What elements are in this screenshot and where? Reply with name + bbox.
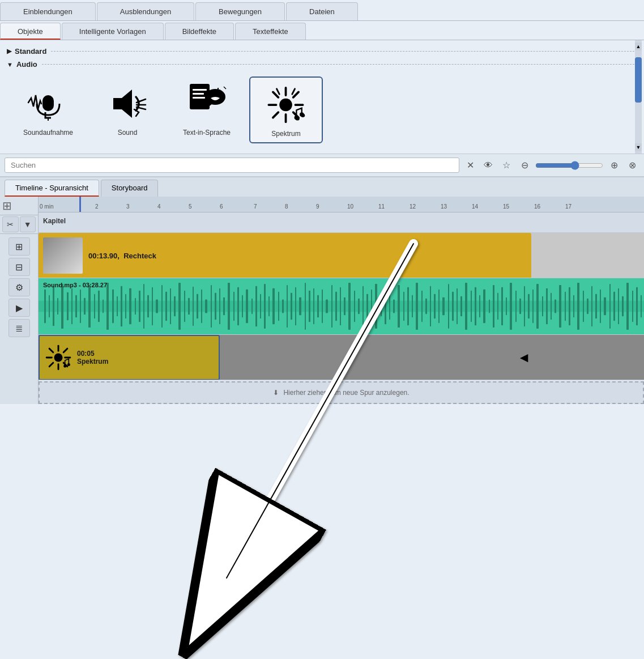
svg-line-170: [63, 348, 67, 352]
svg-rect-161: [636, 287, 638, 325]
tab-texteffekte[interactable]: Texteffekte: [235, 23, 306, 40]
icon-spektrum[interactable]: Spektrum: [249, 76, 323, 143]
text-in-sprache-icon: [184, 81, 229, 126]
add-video-track-btn[interactable]: ⊞: [8, 237, 30, 256]
svg-rect-104: [381, 296, 382, 317]
svg-rect-125: [475, 287, 476, 325]
remove-track-btn[interactable]: ⊟: [8, 258, 30, 276]
svg-rect-34: [67, 292, 69, 321]
svg-rect-132: [506, 297, 507, 316]
icon-soundaufnahme[interactable]: Soundaufnahme: [11, 76, 85, 143]
content-scrollbar-track[interactable]: [635, 40, 642, 154]
svg-rect-84: [291, 293, 292, 320]
svg-rect-52: [147, 295, 149, 318]
svg-line-21: [293, 92, 298, 97]
icon-text-in-sprache[interactable]: Text-in-Sprache: [170, 76, 244, 143]
svg-rect-83: [287, 285, 288, 328]
svg-rect-112: [416, 283, 418, 330]
svg-rect-136: [524, 286, 525, 326]
svg-rect-96: [344, 297, 346, 316]
tab-ausblendungen[interactable]: Ausblendungen: [97, 2, 194, 20]
svg-rect-153: [600, 290, 601, 323]
tab-dateien[interactable]: Dateien: [286, 2, 358, 20]
svg-line-22: [273, 112, 278, 117]
svg-rect-133: [510, 283, 512, 330]
audio-waveform-svg: [39, 278, 644, 334]
svg-rect-35: [71, 288, 72, 324]
grid-view-button[interactable]: ⊗: [625, 158, 639, 173]
ruler-mark-8: 8: [285, 203, 288, 210]
tab-objekte[interactable]: Objekte: [0, 23, 61, 40]
video-thumbnail: [43, 237, 83, 274]
ruler-mark-13: 13: [441, 203, 447, 210]
timeline-section: Timeline - Spuransicht Storyboard ⊞ ✂ ▼ …: [0, 176, 644, 659]
svg-rect-143: [555, 300, 556, 313]
tab-storyboard[interactable]: Storyboard: [101, 180, 159, 197]
timeline-main: ⊞ ✂ ▼ ⊞ ⊟ ⚙ ▶ ≣ 0 min 2: [0, 197, 644, 404]
svg-rect-37: [80, 290, 81, 323]
svg-rect-38: [84, 298, 86, 315]
svg-rect-138: [532, 290, 534, 323]
svg-rect-150: [587, 299, 588, 314]
kapitel-label: Kapitel: [43, 217, 66, 225]
svg-rect-120: [452, 292, 454, 321]
play-btn[interactable]: ▶: [8, 299, 30, 317]
svg-line-13: [224, 87, 226, 89]
eye-icon-button[interactable]: 👁: [481, 158, 496, 173]
scroll-up-btn[interactable]: ▲: [635, 42, 642, 50]
search-input[interactable]: [5, 158, 459, 173]
svg-rect-60: [184, 291, 185, 322]
drop-zone[interactable]: ⬇ Hierher ziehen, um neue Spur anzulegen…: [39, 381, 644, 404]
ruler-mark-4: 4: [157, 203, 161, 210]
svg-rect-116: [434, 294, 436, 319]
video-track-row: 00:13.90, Rechteck: [39, 233, 644, 278]
category-audio[interactable]: ▼ Audio: [0, 58, 644, 71]
svg-rect-107: [393, 300, 395, 313]
tab-bildeffekte[interactable]: Bildeffekte: [165, 23, 234, 40]
expand-arrow-standard: ▶: [7, 48, 11, 55]
svg-rect-89: [313, 288, 314, 324]
ruler-mark-15: 15: [503, 203, 509, 210]
minus-zoom-button[interactable]: ⊖: [517, 158, 532, 173]
svg-rect-51: [143, 284, 144, 329]
icon-sound[interactable]: Sound: [91, 76, 164, 143]
content-scrollbar-thumb[interactable]: [635, 57, 642, 103]
scroll-down-btn[interactable]: ▼: [635, 143, 642, 151]
svg-rect-45: [117, 296, 118, 317]
svg-rect-0: [42, 95, 54, 111]
soundaufnahme-label: Soundaufnahme: [23, 129, 73, 137]
svg-rect-117: [438, 290, 440, 323]
plus-zoom-button[interactable]: ⊕: [607, 158, 621, 173]
arrow-into-clip: ◄: [517, 350, 531, 365]
spektrum-label: Spektrum: [271, 130, 300, 138]
svg-rect-152: [595, 294, 597, 319]
zoom-slider[interactable]: [535, 161, 603, 170]
tab-einblendungen[interactable]: Einblendungen: [0, 2, 96, 20]
clear-search-button[interactable]: ✕: [463, 158, 477, 173]
track-options-btn[interactable]: ⚙: [8, 278, 30, 296]
svg-rect-101: [366, 294, 368, 319]
svg-rect-31: [53, 287, 54, 326]
svg-rect-68: [219, 288, 220, 324]
tab-intelligente-vorlagen[interactable]: Intelligente Vorlagen: [62, 23, 164, 40]
ruler-mark-3: 3: [126, 203, 130, 210]
scissors-tool[interactable]: ✂: [2, 216, 19, 232]
star-icon-button[interactable]: ☆: [499, 158, 514, 173]
svg-rect-54: [156, 300, 158, 313]
zoom-slider-area: [535, 161, 603, 170]
spektrum-clip[interactable]: 00:05 Spektrum: [39, 335, 220, 380]
video-clip[interactable]: 00:13.90, Rechteck: [39, 233, 531, 278]
marker-tool[interactable]: ▼: [20, 216, 36, 232]
svg-rect-7: [193, 89, 207, 91]
category-standard[interactable]: ▶ Standard: [0, 45, 644, 58]
spektrum-clip-name: Spektrum: [77, 358, 108, 365]
second-tab-bar: Objekte Intelligente Vorlagen Bildeffekt…: [0, 21, 644, 40]
tab-bewegungen[interactable]: Bewegungen: [195, 2, 285, 20]
svg-rect-63: [197, 294, 198, 319]
svg-rect-148: [577, 283, 579, 330]
svg-rect-134: [515, 291, 517, 322]
svg-rect-32: [57, 298, 58, 315]
audio-track-btn[interactable]: ≣: [8, 319, 30, 337]
tab-timeline-spuransicht[interactable]: Timeline - Spuransicht: [5, 180, 99, 197]
svg-line-168: [49, 348, 53, 352]
